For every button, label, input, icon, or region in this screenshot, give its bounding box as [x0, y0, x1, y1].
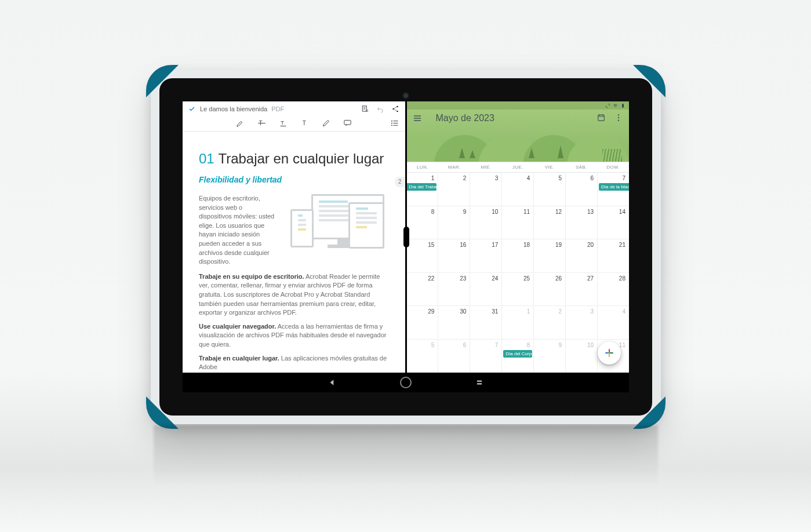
- front-camera: [402, 92, 409, 99]
- day-number: 18: [523, 242, 530, 248]
- calendar-cell[interactable]: 24: [470, 273, 501, 306]
- search-icon[interactable]: [361, 105, 369, 113]
- calendar-cell[interactable]: 5: [407, 340, 438, 373]
- day-number: 26: [555, 275, 562, 282]
- day-number: 28: [619, 275, 625, 282]
- day-number: 24: [492, 275, 498, 282]
- calendar-cell[interactable]: 7: [470, 340, 501, 373]
- calendar-cell[interactable]: 6: [565, 173, 597, 206]
- day-number: 25: [523, 275, 530, 282]
- calendar-cell[interactable]: 1Día del Trabajo: [407, 173, 438, 206]
- status-bar: [407, 101, 630, 110]
- list-icon[interactable]: [391, 119, 399, 127]
- calendar-cell[interactable]: 8: [407, 206, 438, 239]
- svg-rect-16: [598, 115, 605, 121]
- add-event-fab[interactable]: [598, 341, 621, 365]
- calendar-cell[interactable]: 12: [533, 206, 565, 239]
- calendar-cell[interactable]: 23: [438, 273, 470, 306]
- day-number: 8: [527, 342, 530, 348]
- calendar-cell[interactable]: 26: [533, 273, 565, 306]
- strikethrough-icon[interactable]: T: [257, 119, 266, 127]
- pdf-document-body[interactable]: 2 01 Trabajar en cualquier lugar Flexibi…: [183, 132, 405, 373]
- today-icon[interactable]: [597, 113, 606, 122]
- draw-icon[interactable]: [322, 119, 330, 127]
- calendar-cell[interactable]: 29: [407, 306, 438, 339]
- calendar-cell[interactable]: 9: [533, 340, 565, 373]
- undo-icon[interactable]: [376, 105, 384, 113]
- pdf-app: Le damos la bienvenida PDF T T T: [183, 101, 407, 373]
- calendar-cell[interactable]: 18: [501, 239, 533, 272]
- highlighter-icon[interactable]: [236, 119, 245, 127]
- day-number: 23: [460, 275, 466, 282]
- day-number: 17: [492, 242, 498, 248]
- calendar-cell[interactable]: 14: [597, 206, 629, 239]
- calendar-week: 22232425262728: [407, 273, 630, 307]
- calendar-cell[interactable]: 4: [501, 173, 533, 206]
- plus-icon: [604, 348, 614, 358]
- calendar-cell[interactable]: 2: [438, 173, 470, 206]
- calendar-cell[interactable]: 9: [438, 206, 470, 239]
- text-tool-icon[interactable]: T: [300, 119, 309, 127]
- calendar-week: 15161718192021: [407, 239, 630, 273]
- tablet-reflection: [154, 425, 658, 512]
- svg-text:T: T: [281, 120, 284, 126]
- day-number: 4: [527, 175, 530, 181]
- calendar-cell[interactable]: 20: [565, 239, 597, 272]
- calendar-cell[interactable]: 11: [501, 206, 533, 239]
- calendar-cell[interactable]: 21: [597, 239, 629, 272]
- svg-rect-14: [622, 104, 624, 107]
- tablet-device: Le damos la bienvenida PDF T T T: [151, 70, 661, 424]
- day-number: 4: [622, 308, 625, 315]
- day-number: 6: [463, 342, 467, 348]
- calendar-cell[interactable]: 2: [533, 306, 565, 339]
- calendar-cell[interactable]: 16: [438, 239, 470, 272]
- calendar-cell[interactable]: 22: [407, 273, 438, 306]
- share-icon[interactable]: [391, 105, 399, 113]
- split-divider-handle[interactable]: [403, 227, 409, 247]
- calendar-cell[interactable]: 3: [565, 306, 597, 339]
- calendar-cell[interactable]: 10: [470, 206, 501, 239]
- day-number: 3: [590, 308, 594, 315]
- calendar-cell[interactable]: 1: [501, 306, 533, 339]
- calendar-grid[interactable]: 1Día del Trabajo234567Día de la Madre891…: [407, 173, 630, 373]
- more-vert-icon[interactable]: [614, 113, 623, 122]
- calendar-cell[interactable]: 10: [565, 340, 597, 373]
- underline-icon[interactable]: T: [279, 119, 288, 127]
- calendar-cell[interactable]: 17: [470, 239, 501, 272]
- calendar-event[interactable]: Día del Corpus: [503, 350, 532, 358]
- comment-icon[interactable]: [343, 119, 352, 127]
- day-number: 5: [559, 175, 562, 181]
- calendar-month-title[interactable]: Mayo de 2023: [436, 113, 494, 123]
- calendar-cell[interactable]: 7Día de la Madre: [597, 173, 629, 206]
- calendar-cell[interactable]: 15: [407, 239, 438, 272]
- day-number: 9: [463, 209, 467, 215]
- checkmark-icon: [188, 105, 195, 112]
- calendar-cell[interactable]: 31: [470, 306, 501, 339]
- calendar-cell[interactable]: 8Día del Corpus: [501, 340, 533, 373]
- calendar-cell[interactable]: 25: [501, 273, 533, 306]
- calendar-event[interactable]: Día del Trabajo: [407, 183, 437, 191]
- tablet-screen: Le damos la bienvenida PDF T T T: [183, 101, 629, 392]
- calendar-cell[interactable]: 19: [533, 239, 565, 272]
- calendar-cell[interactable]: 30: [438, 306, 470, 339]
- calendar-cell[interactable]: 4: [597, 306, 629, 339]
- day-number: 19: [555, 242, 562, 248]
- svg-point-1: [366, 110, 368, 112]
- calendar-cell[interactable]: 5: [533, 173, 565, 206]
- menu-icon[interactable]: [413, 114, 422, 123]
- document-title: Le damos la bienvenida PDF: [200, 105, 357, 112]
- back-button[interactable]: [328, 378, 336, 387]
- day-number: 12: [555, 209, 562, 215]
- calendar-event[interactable]: Día de la Madre: [599, 183, 629, 191]
- calendar-cell[interactable]: 13: [565, 206, 597, 239]
- calendar-cell[interactable]: 27: [565, 273, 597, 306]
- dayname: VIE.: [534, 162, 566, 172]
- svg-point-3: [397, 106, 398, 107]
- calendar-cell[interactable]: 3: [470, 173, 501, 206]
- calendar-cell[interactable]: 28: [597, 273, 629, 306]
- recents-button[interactable]: [475, 378, 483, 387]
- dayname: JUE.: [502, 162, 534, 172]
- calendar-cell[interactable]: 6: [438, 340, 470, 373]
- day-number: 11: [619, 342, 625, 348]
- home-button[interactable]: [400, 377, 412, 388]
